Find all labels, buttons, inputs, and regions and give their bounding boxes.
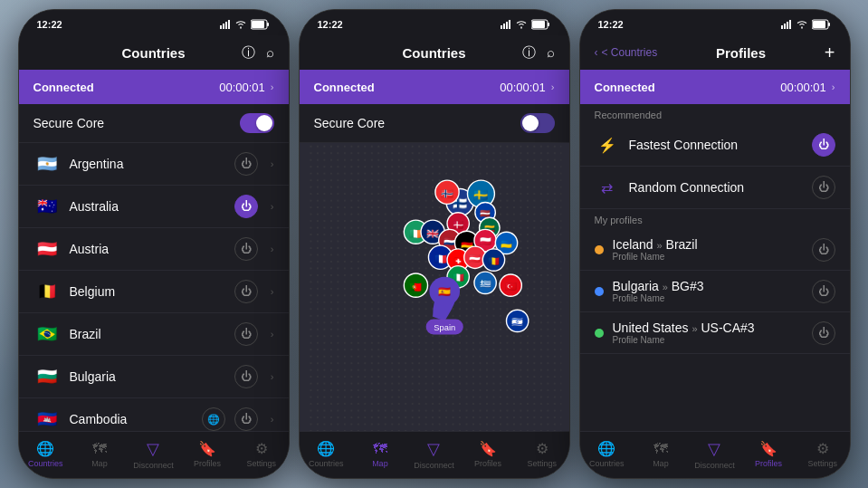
flag-belgium: 🇧🇪	[33, 278, 61, 305]
svg-rect-10	[509, 20, 510, 29]
chevron-right-2: ›	[551, 81, 555, 92]
signal-icon	[220, 20, 231, 29]
country-row-cambodia[interactable]: 🇰🇭 Cambodia 🌐 ⏻ ›	[19, 398, 289, 431]
row-chevron-argentina: ›	[271, 158, 274, 169]
svg-text:🇵🇱: 🇵🇱	[479, 235, 491, 247]
connected-bar-3[interactable]: Connected 00:00:01 ›	[580, 70, 850, 104]
power-btn-argentina[interactable]: ⏻	[234, 152, 258, 176]
power-btn-brazil[interactable]: ⏻	[234, 322, 258, 346]
tab-settings-1[interactable]: ⚙ Settings	[234, 435, 289, 473]
tab-map-label-1: Map	[91, 459, 108, 468]
globe-btn-cambodia[interactable]: 🌐	[202, 407, 225, 431]
power-btn-cambodia[interactable]: ⏻	[234, 407, 258, 431]
tab-disconnect-2[interactable]: ▽ Disconnect	[407, 435, 462, 473]
profile-sub-iceland-brazil: Profile Name	[613, 252, 803, 262]
power-btn-australia[interactable]: ⏻	[234, 195, 258, 218]
country-row-brazil[interactable]: 🇧🇷 Brazil ⏻ ›	[19, 313, 289, 356]
random-connection-row[interactable]: ⇄ Random Connection ⏻	[580, 167, 850, 209]
svg-text:🇸🇪: 🇸🇪	[473, 187, 489, 203]
profile-row-bulgaria-bg3[interactable]: Bulgaria » BG#3 Profile Name ⏻	[580, 271, 850, 312]
power-btn-us-ca3[interactable]: ⏻	[812, 321, 835, 345]
row-chevron-brazil: ›	[271, 329, 274, 340]
connected-bar-1[interactable]: Connected 00:00:01 ›	[19, 70, 289, 104]
power-btn-bulgaria-bg3[interactable]: ⏻	[812, 280, 835, 303]
fastest-connection-row[interactable]: ⚡ Fastest Connection ⏻	[580, 124, 850, 167]
fastest-icon: ⚡	[595, 132, 620, 158]
fastest-power-btn[interactable]: ⏻	[812, 133, 835, 157]
svg-rect-2	[225, 22, 227, 29]
toggle-thumb-1	[256, 115, 272, 131]
tab-countries-3[interactable]: 🌐 Countries	[580, 435, 634, 473]
tab-profiles-3[interactable]: 🔖 Profiles	[741, 435, 796, 473]
power-btn-bulgaria[interactable]: ⏻	[234, 365, 258, 388]
svg-rect-13	[548, 23, 549, 26]
nav-back-3[interactable]: ‹ < Countries	[595, 46, 658, 59]
power-btn-belgium[interactable]: ⏻	[234, 280, 258, 303]
tab-map-2[interactable]: 🗺 Map	[353, 435, 407, 473]
svg-text:🇮🇱: 🇮🇱	[511, 316, 523, 328]
add-profile-btn[interactable]: +	[825, 43, 835, 63]
nav-icons-right-2[interactable]: ⓘ ⌕	[522, 44, 555, 62]
tab-settings-3[interactable]: ⚙ Settings	[796, 435, 850, 473]
connected-bar-2[interactable]: Connected 00:00:01 ›	[300, 70, 569, 104]
profiles-list: Recommended ⚡ Fastest Connection ⏻ ⇄ Ran…	[580, 104, 850, 431]
tab-disconnect-3[interactable]: ▽ Disconnect	[688, 435, 742, 473]
tab-map-3[interactable]: 🗺 Map	[634, 435, 688, 473]
row-chevron-austria: ›	[271, 244, 274, 254]
svg-rect-65	[789, 20, 791, 29]
connected-time-1: 00:00:01 ›	[219, 81, 273, 94]
power-btn-iceland-brazil[interactable]: ⏻	[812, 238, 835, 262]
secure-core-toggle-1[interactable]	[240, 113, 274, 133]
tab-countries-2[interactable]: 🌐 Countries	[300, 435, 354, 473]
country-row-argentina[interactable]: 🇦🇷 Argentina ⏻ ›	[19, 143, 289, 186]
secure-core-toggle-2[interactable]	[520, 113, 555, 133]
nav-title-3: Profiles	[716, 45, 766, 61]
nav-icons-right-1[interactable]: ⓘ ⌕	[242, 44, 274, 62]
map-phone: 12:22 Countries ⓘ ⌕ Connected 00:00:01 ›…	[299, 9, 570, 479]
svg-text:🇮🇪: 🇮🇪	[409, 227, 422, 240]
svg-rect-7	[501, 25, 502, 29]
secure-core-row-2: Secure Core	[300, 104, 569, 143]
country-name-brazil: Brazil	[70, 327, 225, 341]
tab-countries-icon-3: 🌐	[597, 440, 615, 457]
chevron-right-3: ›	[832, 81, 835, 92]
country-row-austria[interactable]: 🇦🇹 Austria ⏻ ›	[19, 228, 289, 271]
svg-rect-3	[228, 20, 230, 29]
countries-phone: 12:22 Countries ⓘ ⌕ Connected 00:00:01 ›…	[18, 9, 290, 479]
svg-rect-6	[267, 23, 269, 26]
tab-profiles-1[interactable]: 🔖 Profiles	[180, 435, 234, 473]
tab-countries-icon-2: 🌐	[317, 440, 335, 457]
tab-disconnect-label-3: Disconnect	[694, 461, 735, 470]
svg-text:🇪🇸: 🇪🇸	[438, 285, 451, 298]
status-icons-2	[501, 19, 551, 30]
profile-name-iceland-brazil: Iceland » Brazil	[613, 237, 803, 252]
chevron-left-3: ‹	[595, 46, 598, 59]
status-icons-1	[220, 19, 271, 30]
profile-row-us-ca3[interactable]: United States » US-CA#3 Profile Name ⏻	[580, 312, 850, 354]
svg-text:🇹🇷: 🇹🇷	[504, 281, 516, 292]
row-chevron-bulgaria: ›	[271, 371, 274, 382]
random-power-btn[interactable]: ⏻	[812, 176, 835, 199]
flag-brazil: 🇧🇷	[33, 321, 61, 348]
tab-countries-1[interactable]: 🌐 Countries	[19, 435, 73, 473]
tab-countries-label-1: Countries	[28, 459, 63, 468]
tab-disconnect-1[interactable]: ▽ Disconnect	[127, 435, 181, 473]
tab-profiles-2[interactable]: 🔖 Profiles	[461, 435, 515, 473]
tab-bar-1: 🌐 Countries 🗺 Map ▽ Disconnect 🔖 Profile…	[19, 431, 289, 478]
svg-rect-62	[781, 25, 783, 29]
power-btn-austria[interactable]: ⏻	[234, 237, 258, 261]
info-icon-1[interactable]: ⓘ	[242, 44, 255, 62]
search-icon-1[interactable]: ⌕	[266, 44, 274, 62]
profile-row-iceland-brazil[interactable]: Iceland » Brazil Profile Name ⏻	[580, 229, 850, 271]
info-icon-2[interactable]: ⓘ	[522, 44, 536, 62]
tab-settings-2[interactable]: ⚙ Settings	[515, 435, 569, 473]
country-row-bulgaria[interactable]: 🇧🇬 Bulgaria ⏻ ›	[19, 356, 289, 398]
search-icon-2[interactable]: ⌕	[547, 44, 555, 62]
tab-map-1[interactable]: 🗺 Map	[72, 435, 127, 473]
country-row-belgium[interactable]: 🇧🇪 Belgium ⏻ ›	[19, 271, 289, 313]
tab-map-icon-3: 🗺	[653, 441, 668, 457]
tab-map-label-2: Map	[372, 459, 388, 468]
svg-text:🇫🇷: 🇫🇷	[434, 253, 446, 265]
tab-profiles-icon-1: 🔖	[198, 440, 216, 457]
country-row-australia[interactable]: 🇦🇺 Australia ⏻ ›	[19, 186, 289, 228]
